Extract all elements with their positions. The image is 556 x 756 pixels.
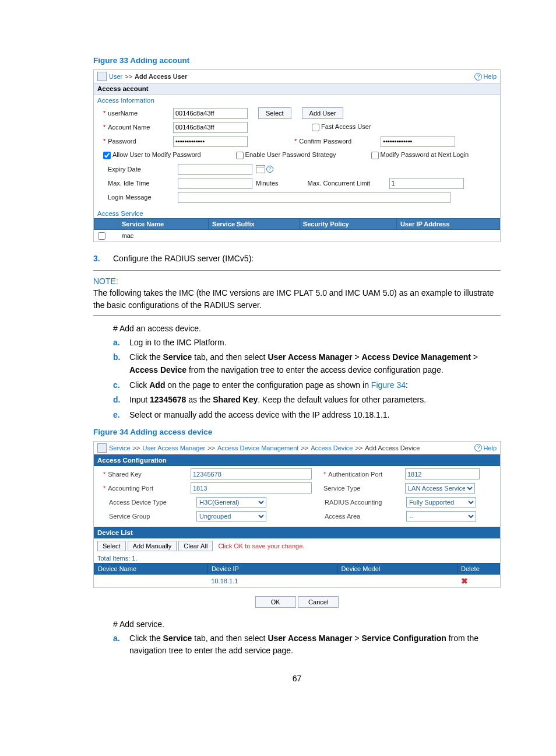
table-row: 10.18.1.1 ✖ [94, 574, 500, 587]
lbl-servicegroup: Service Group [109, 513, 150, 520]
step-e: Select or manually add the access device… [129, 409, 501, 422]
row-checkbox[interactable] [98, 232, 105, 240]
authport-input[interactable] [405, 468, 480, 480]
fig34-breadcrumb: Service >> User Access Manager >> Access… [94, 442, 500, 454]
col-device-model: Device Model [337, 563, 457, 574]
step-d: Input 12345678 as the Shared Key. Keep t… [129, 394, 501, 407]
fig33-panel: User >> Add Access User ?Help Access acc… [93, 69, 501, 242]
col-user-ip: User IP Address [396, 219, 499, 230]
allow-modify-checkbox[interactable]: Allow User to Modify Password [103, 151, 201, 159]
bc-adm[interactable]: Access Device Management [217, 444, 298, 452]
note-heading: NOTE: [93, 276, 501, 286]
accountname-input[interactable] [173, 122, 248, 133]
help-icon: ? [474, 73, 482, 80]
total-items: Total Items: 1. [94, 554, 500, 563]
lbl-maxconcurrent: Max. Concurrent Limit [308, 180, 389, 187]
fig33-breadcrumb: User >> Add Access User ?Help [94, 70, 500, 83]
lbl-accountname: Account Name [108, 124, 150, 131]
help-link-34[interactable]: ?Help [474, 444, 497, 452]
step-a: Log in to the IMC Platform. [129, 337, 501, 349]
user-icon [97, 72, 107, 81]
note-body: The following takes the IMC (the IMC ver… [93, 287, 501, 312]
cancel-button[interactable]: Cancel [298, 596, 339, 608]
service-table: Service Name Service Suffix Security Pol… [94, 218, 500, 242]
lbl-username: userName [108, 110, 138, 117]
username-input[interactable] [173, 108, 248, 119]
lbl-expiry: Expiry Date [108, 166, 141, 173]
lbl-authport: Authentication Port [328, 471, 382, 478]
bc-ad[interactable]: Access Device [311, 444, 353, 452]
loginmsg-input[interactable] [178, 192, 451, 203]
lbl-password: Password [108, 138, 136, 145]
figure34-link[interactable]: Figure 34 [371, 380, 406, 390]
select-button[interactable]: Select [258, 107, 291, 119]
service-icon [97, 443, 107, 453]
device-list-head: Device List [94, 527, 500, 538]
hash-add-device: # Add an access device. [113, 324, 501, 333]
confirm-password-input[interactable] [381, 136, 455, 147]
servicetype-select[interactable]: LAN Access Service [405, 483, 475, 494]
lbl-accessarea: Access Area [325, 513, 360, 520]
col-device-ip: Device IP [207, 563, 337, 574]
col-security-policy: Security Policy [299, 219, 396, 230]
cell-service-name: mac [118, 230, 209, 242]
servicegroup-select[interactable]: Ungrouped [196, 511, 266, 522]
hash-add-service: # Add service. [113, 620, 501, 629]
modify-next-checkbox[interactable]: Modify Password at Next Login [371, 151, 469, 159]
ok-button[interactable]: OK [255, 596, 296, 608]
col-device-name: Device Name [94, 563, 208, 574]
select-device-button[interactable]: Select [97, 541, 126, 551]
lbl-maxidle: Max. Idle Time [108, 180, 150, 187]
lbl-sharedkey: Shared Key [108, 471, 141, 478]
lbl-radiusacct: RADIUS Accounting [325, 499, 382, 506]
radiusacct-select[interactable]: Fully Supported [406, 497, 476, 508]
access-account-head: Access account [94, 83, 500, 94]
step-c: Click Add on the page to enter the confi… [129, 379, 501, 392]
device-hint: Click OK to save your change. [218, 542, 304, 550]
col-service-suffix: Service Suffix [208, 219, 299, 230]
figure33-caption: Figure 33 Adding account [93, 56, 501, 65]
bc-sep: >> [125, 73, 132, 80]
table-row: mac [94, 230, 500, 242]
acctport-input[interactable] [191, 482, 312, 494]
help-link[interactable]: ?Help [474, 73, 497, 80]
devicetype-select[interactable]: H3C(General) [196, 497, 266, 508]
sharedkey-input[interactable] [191, 468, 312, 480]
maxidle-input[interactable] [178, 178, 252, 189]
bc-uam[interactable]: User Access Manager [143, 444, 206, 452]
fast-access-checkbox[interactable]: Fast Access User [312, 123, 371, 131]
clear-all-button[interactable]: Clear All [178, 541, 213, 551]
figure34-caption: Figure 34 Adding access device [93, 428, 501, 436]
bc-service[interactable]: Service [109, 444, 131, 452]
add-manually-button[interactable]: Add Manually [128, 541, 177, 551]
help-icon-34: ? [474, 444, 482, 452]
delete-icon[interactable]: ✖ [461, 576, 468, 586]
access-service-head: Access Service [94, 208, 500, 218]
device-table: Device Name Device IP Device Model Delet… [94, 563, 500, 587]
access-config-head: Access Configuration [94, 454, 500, 466]
lbl-confirm: Confirm Password [299, 138, 381, 145]
page-number: 67 [93, 674, 501, 683]
add-user-button[interactable]: Add User [302, 107, 344, 119]
step-b: Click the Service tab, and then select U… [129, 351, 501, 376]
bc-user[interactable]: User [109, 73, 122, 80]
fig34-panel: Service >> User Access Manager >> Access… [93, 441, 501, 588]
enable-strategy-checkbox[interactable]: Enable User Password Strategy [236, 151, 336, 159]
access-information-head: Access Information [94, 94, 500, 105]
col-delete: Delete [458, 563, 500, 574]
password-input[interactable] [173, 136, 248, 147]
expiry-input[interactable] [178, 164, 252, 175]
accessarea-select[interactable]: -- [406, 511, 476, 522]
lbl-acctport: Accounting Port [108, 485, 153, 492]
step-number: 3. [93, 254, 106, 263]
lbl-minutes: Minutes [256, 180, 279, 187]
concurrent-input[interactable] [389, 178, 464, 189]
bc-current34: Add Access Device [365, 444, 420, 452]
lbl-servicetype: Service Type [323, 485, 360, 492]
calendar-icon[interactable]: ? [256, 165, 273, 173]
lbl-loginmsg: Login Message [108, 194, 152, 201]
cell-device-ip: 10.18.1.1 [207, 574, 337, 587]
lbl-devicetype: Access Device Type [109, 499, 167, 506]
bc-current: Add Access User [135, 73, 187, 80]
step-text: Configure the RADIUS server (IMCv5): [113, 254, 254, 263]
